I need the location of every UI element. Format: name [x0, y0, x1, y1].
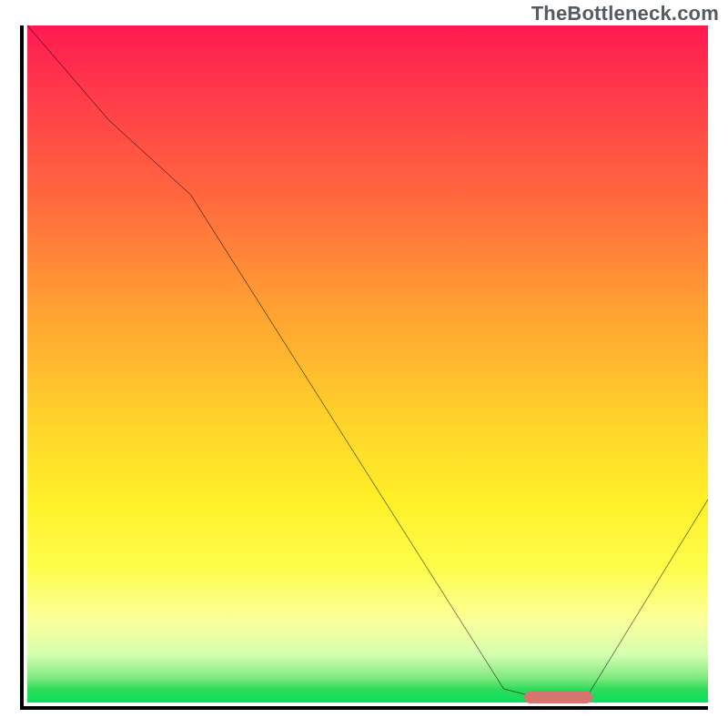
- chart-stage: TheBottleneck.com: [0, 0, 728, 728]
- plot-frame: [20, 25, 708, 710]
- optimal-range-marker: [524, 691, 592, 703]
- bottleneck-curve: [27, 25, 708, 703]
- curve-path: [27, 25, 708, 699]
- plot-gradient-background: [27, 25, 708, 703]
- watermark-text: TheBottleneck.com: [531, 2, 719, 25]
